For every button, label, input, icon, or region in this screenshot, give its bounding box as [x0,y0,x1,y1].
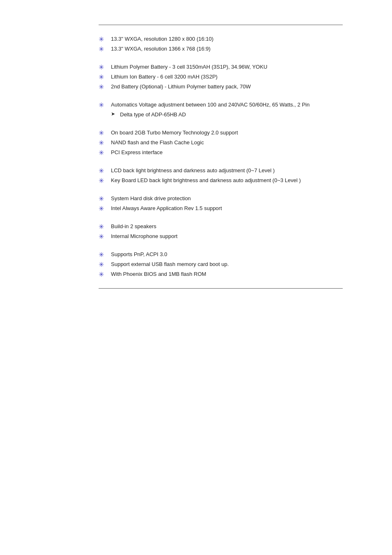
section-display: ✳13.3" WXGA, resolution 1280 x 800 (16:1… [99,35,343,53]
bullet-text: Intel Always Aware Application Rev 1.5 s… [111,204,343,213]
bullet-icon: ✳ [99,83,111,91]
section-ambient: ✳LCD back light brightness and darkness … [99,166,343,185]
bullet-icon: ✳ [99,101,111,109]
bullet-icon: ✳ [99,149,111,157]
list-item: ✳Build-in 2 speakers [99,222,343,231]
bullet-text: Lithium Ion Battery - 6 cell 3200 mAH (3… [111,73,343,81]
bullet-icon: ✳ [99,167,111,175]
list-item: ✳2nd Battery (Optional) - Lithium Polyme… [99,83,343,91]
bullet-text: Support external USB flash memory card b… [111,260,343,268]
list-item: ✳13.3" WXGA, resolution 1366 x 768 (16:9… [99,45,343,53]
list-item: ✳13.3" WXGA, resolution 1280 x 800 (16:1… [99,35,343,43]
bullet-icon: ✳ [99,45,111,53]
bullet-text: With Phoenix BIOS and 1MB flash ROM [111,270,343,278]
list-item: ✳System Hard disk drive protection [99,194,343,203]
sub-arrow-icon: ➤ [111,111,120,117]
bullet-icon: ✳ [99,63,111,71]
section-turbo: ✳On board 2GB Turbo Memory Technology 2.… [99,129,343,157]
top-divider [99,25,343,25]
list-item: ✳LCD back light brightness and darkness … [99,166,343,175]
bullet-text: 13.3" WXGA, resolution 1366 x 768 (16:9) [111,45,343,53]
list-item: ✳Support external USB flash memory card … [99,260,343,268]
section-protection: ✳System Hard disk drive protection✳Intel… [99,194,343,213]
bullet-text: Automatics Voltage adjustment between 10… [111,101,343,109]
section-audio: ✳Build-in 2 speakers✳Internal Microphone… [99,222,343,240]
page: ✳13.3" WXGA, resolution 1280 x 800 (16:1… [0,0,392,555]
bullet-icon: ✳ [99,233,111,240]
bullet-text: LCD back light brightness and darkness a… [111,166,343,175]
list-item: ✳Lithium Polymer Battery - 3 cell 3150mA… [99,63,343,71]
list-item: ✳With Phoenix BIOS and 1MB flash ROM [99,270,343,278]
sub-list-item: ➤Delta type of ADP-65HB AD [111,111,343,119]
bullet-text: NAND flash and the Flash Cache Logic [111,139,343,147]
list-item: ✳Internal Microphone support [99,232,343,240]
bullet-icon: ✳ [99,35,111,43]
list-item: ✳Automatics Voltage adjustment between 1… [99,101,343,109]
bullet-text: System Hard disk drive protection [111,194,343,203]
list-item: ✳Lithium Ion Battery - 6 cell 3200 mAH (… [99,73,343,81]
list-item: ✳On board 2GB Turbo Memory Technology 2.… [99,129,343,137]
bottom-divider [99,288,343,289]
bullet-icon: ✳ [99,271,111,278]
bullet-text: Supports PnP, ACPI 3.0 [111,250,343,259]
list-item: ✳Supports PnP, ACPI 3.0 [99,250,343,259]
sub-text: Delta type of ADP-65HB AD [120,111,343,119]
bullet-icon: ✳ [99,73,111,81]
bullet-text: Internal Microphone support [111,232,343,240]
bullet-icon: ✳ [99,195,111,203]
bullet-icon: ✳ [99,261,111,268]
list-item: ✳Intel Always Aware Application Rev 1.5 … [99,204,343,213]
section-power: ✳Automatics Voltage adjustment between 1… [99,101,343,119]
bullet-icon: ✳ [99,139,111,147]
list-item: ✳PCI Express interface [99,148,343,157]
section-bios: ✳Supports PnP, ACPI 3.0✳Support external… [99,250,343,278]
bullet-icon: ✳ [99,205,111,213]
bullet-icon: ✳ [99,177,111,185]
bullet-icon: ✳ [99,223,111,231]
bullet-icon: ✳ [99,251,111,259]
bullet-text: PCI Express interface [111,148,343,157]
list-item: ✳NAND flash and the Flash Cache Logic [99,139,343,147]
bullet-text: Build-in 2 speakers [111,222,343,231]
bullet-text: Key Board LED back light brightness and … [111,176,343,185]
bullet-text: 2nd Battery (Optional) - Lithium Polymer… [111,83,343,91]
bullet-text: 13.3" WXGA, resolution 1280 x 800 (16:10… [111,35,343,43]
bullet-icon: ✳ [99,129,111,137]
bullet-text: On board 2GB Turbo Memory Technology 2.0… [111,129,343,137]
section-battery: ✳Lithium Polymer Battery - 3 cell 3150mA… [99,63,343,91]
bullet-text: Lithium Polymer Battery - 3 cell 3150mAH… [111,63,343,71]
list-item: ✳Key Board LED back light brightness and… [99,176,343,185]
